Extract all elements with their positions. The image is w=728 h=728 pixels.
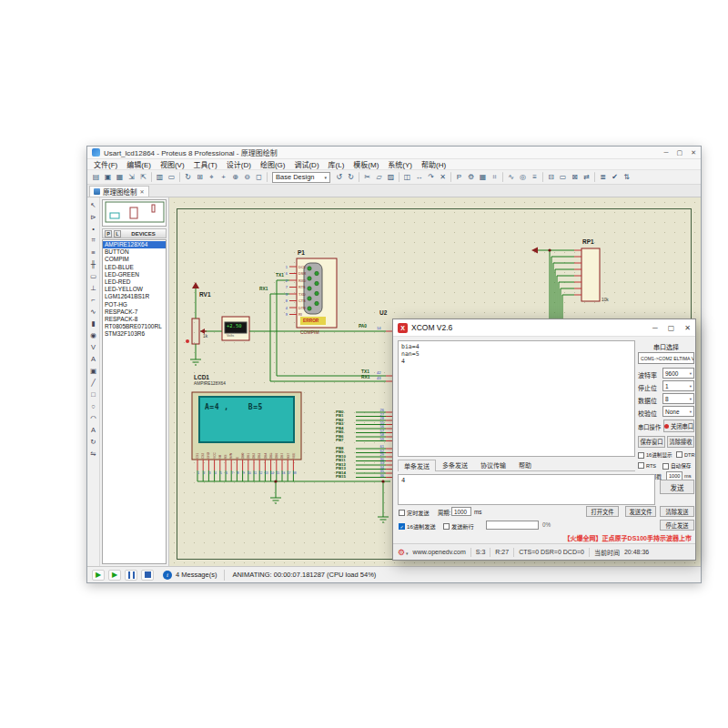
site-link[interactable]: www.openedv.com [413,549,466,555]
hex-send-checkbox[interactable]: 16进制发送 [399,522,436,531]
autosave-checkbox[interactable]: 自动保存 [662,462,691,470]
baud-select[interactable]: 9600 [662,368,694,379]
library-button[interactable]: L [114,230,121,238]
file-path-field[interactable] [486,521,539,530]
block-rotate-icon[interactable]: ↷ [425,171,437,183]
toolbar-separator[interactable] [399,172,399,182]
dtr-checkbox[interactable]: DTR [676,451,695,458]
current-probe-icon[interactable]: A [88,353,99,364]
stopbits-select[interactable]: 1 [662,380,694,391]
send-button[interactable]: 发送 [660,480,694,494]
xcom-minimize-button[interactable]: ─ [652,324,658,332]
undo-icon[interactable]: ↺ [333,171,345,183]
hex-display-checkbox[interactable]: 16进制显示 [638,451,672,459]
ad-banner[interactable]: 【火爆全网】正点原子DS100手持示波器上市 [564,533,692,542]
toolbar-separator[interactable] [502,172,503,182]
xcom-tab-single-send[interactable]: 单条发送 [398,460,436,471]
play-button[interactable]: ▶ [92,570,105,581]
newline-checkbox[interactable]: 发送新行 [443,522,474,531]
packaging-tool-icon[interactable]: ▦ [477,171,489,183]
redo-icon[interactable]: ↻ [345,171,357,183]
block-delete-icon[interactable]: ✕ [437,171,449,183]
device-list-item[interactable]: LED-GREEN [103,271,166,278]
xcom-maximize-button[interactable]: ▢ [668,324,675,332]
2d-text-icon[interactable]: A [88,424,99,435]
device-list-item[interactable]: POT-HG [103,301,166,308]
receive-area[interactable]: bia=4nan=54 [398,340,635,457]
zoom-out-icon[interactable]: ⊖ [241,171,253,183]
block-copy-icon[interactable]: ◫ [401,171,413,183]
terminal-mode-icon[interactable]: ⊥ [88,282,99,293]
export-icon[interactable]: ⇱ [137,171,149,183]
u2-reference[interactable]: U2 [379,309,387,316]
device-list-item[interactable]: BUTTON [103,248,166,256]
send-file-button[interactable]: 发送文件 [625,506,656,517]
lcd1-reference[interactable]: LCD1 [194,374,209,380]
2d-arc-icon[interactable]: ◠ [88,412,99,423]
property-assignment-icon[interactable]: ≡ [529,171,541,183]
2d-box-icon[interactable]: □ [88,389,99,399]
clear-receive-button[interactable]: 清除接收 [667,436,694,448]
pick-device-icon[interactable]: P [453,171,465,183]
device-list-item[interactable]: LED-BLUE [103,264,166,271]
device-list-item[interactable]: COMPIM [103,256,166,263]
toolbar-separator[interactable] [450,172,451,182]
xcom-tab-help[interactable]: 帮助 [512,459,538,470]
rts-checkbox[interactable]: RTS [638,462,656,469]
close-port-button[interactable]: 关闭串口 [663,420,694,432]
xcom-close-button[interactable]: ✕ [684,324,691,332]
2d-line-icon[interactable]: ╱ [88,377,99,388]
proteus-minimize-button[interactable]: ─ [664,149,669,157]
menu-file[interactable]: 文件(F) [89,159,122,169]
decompose-icon[interactable]: ⌗ [489,171,500,183]
make-device-icon[interactable]: ⚙ [465,171,477,183]
graph-mode-icon[interactable]: ∿ [88,306,99,317]
save-project-icon[interactable]: ▦ [114,171,126,183]
device-list-item[interactable]: LED-YELLOW [103,286,166,293]
goto-sheet-icon[interactable]: ⇄ [581,171,592,183]
block-move-icon[interactable]: ↔ [413,171,425,183]
settings-gear-icon[interactable]: ⚙ [398,548,409,557]
origin-icon[interactable]: ⌖ [206,171,217,183]
message-info-icon[interactable]: i [163,571,172,580]
toolbar-separator[interactable] [542,172,543,182]
subcircuit-icon[interactable]: ▭ [88,270,99,281]
toolbar-separator[interactable] [267,172,268,182]
schematic-overview-minimap[interactable] [102,199,167,227]
rv1-reference[interactable]: RV1 [199,291,211,298]
serial-port-select[interactable]: COM1->COM2 ELTIMA Vir [638,352,694,364]
menu-tools[interactable]: 工具(T) [189,159,222,169]
design-sheet-select[interactable]: Base Design [272,172,330,183]
device-list-item[interactable]: LGM12641BS1R [103,293,166,300]
pick-parts-button[interactable]: P [105,230,112,238]
open-project-icon[interactable]: ▣ [102,171,114,183]
xcom-tab-multi-send[interactable]: 多条发送 [436,459,474,470]
send-textarea[interactable]: 4 [398,474,655,505]
device-pin-icon[interactable]: ⌐ [88,294,99,305]
print-icon[interactable]: ▥ [154,171,166,183]
netlist-compile-icon[interactable]: ⇅ [621,171,632,183]
wire-label-icon[interactable]: ⌗ [88,235,99,246]
parity-select[interactable]: None [662,406,694,417]
bill-of-materials-icon[interactable]: ≣ [597,171,609,183]
menu-graph[interactable]: 绘图(G) [256,159,290,169]
menu-system[interactable]: 系统(Y) [383,159,417,169]
message-count[interactable]: 4 Message(s) [176,571,217,579]
databits-select[interactable]: 8 [662,393,694,404]
clear-send-button[interactable]: 清除发送 [660,506,694,517]
device-list-item[interactable]: AMPIRE128X64 [103,241,166,248]
electrical-rule-check-icon[interactable]: ✔ [609,171,621,183]
rp1-reference[interactable]: RP1 [582,238,594,245]
mark-area-icon[interactable]: ▭ [166,171,177,183]
zoom-extents-icon[interactable]: ◻ [253,171,265,183]
tape-recorder-icon[interactable]: ▮ [88,318,99,329]
open-file-button[interactable]: 打开文件 [586,506,619,517]
generator-mode-icon[interactable]: ◉ [88,329,99,340]
wire-autorouter-icon[interactable]: ∿ [505,171,517,183]
grid-toggle-icon[interactable]: ⊞ [194,171,206,183]
menu-library[interactable]: 库(L) [324,159,349,169]
paste-icon[interactable]: ▨ [385,171,397,183]
redraw-icon[interactable]: ↻ [182,171,194,183]
menu-view[interactable]: 视图(V) [156,159,189,169]
2d-circle-icon[interactable]: ○ [88,400,99,411]
